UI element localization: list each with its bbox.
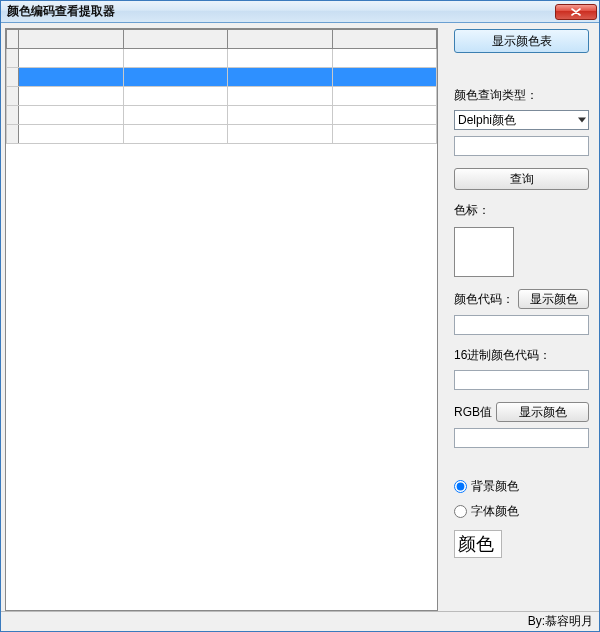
show-color-button-1[interactable]: 显示颜色 <box>518 289 589 309</box>
color-code-label: 颜色代码： <box>454 291 514 308</box>
table-row[interactable] <box>7 68 437 87</box>
right-sidebar: 显示颜色表 颜色查询类型： Delphi颜色 查询 色标： 颜色代码： 显示颜色… <box>444 23 599 611</box>
grid-cell[interactable] <box>123 68 228 87</box>
grid-cell[interactable] <box>19 87 124 106</box>
chevron-down-icon <box>578 118 586 123</box>
query-type-label: 颜色查询类型： <box>454 87 589 104</box>
bg-color-radio[interactable] <box>454 480 467 493</box>
font-color-radio-row[interactable]: 字体颜色 <box>454 503 589 520</box>
grid-cell[interactable] <box>7 68 19 87</box>
bg-color-radio-label: 背景颜色 <box>471 478 519 495</box>
grid-cell[interactable] <box>7 125 19 144</box>
window-title: 颜色编码查看提取器 <box>7 3 555 20</box>
titlebar[interactable]: 颜色编码查看提取器 <box>1 1 599 23</box>
grid-cell[interactable] <box>19 106 124 125</box>
close-icon <box>571 8 581 16</box>
grid-header-cell[interactable] <box>123 30 228 49</box>
grid-cell[interactable] <box>332 87 437 106</box>
grid-cell[interactable] <box>228 106 333 125</box>
grid-cell[interactable] <box>7 106 19 125</box>
grid-cell[interactable] <box>332 125 437 144</box>
grid-cell[interactable] <box>123 87 228 106</box>
table-row[interactable] <box>7 125 437 144</box>
show-color-table-button[interactable]: 显示颜色表 <box>454 29 589 53</box>
grid-cell[interactable] <box>123 125 228 144</box>
app-window: 颜色编码查看提取器 显示颜色表 颜色查询类型： Delphi颜色 查询 色标： <box>0 0 600 632</box>
grid-cell[interactable] <box>7 49 19 68</box>
client-area: 显示颜色表 颜色查询类型： Delphi颜色 查询 色标： 颜色代码： 显示颜色… <box>1 23 599 611</box>
color-grid[interactable] <box>5 28 438 611</box>
query-button[interactable]: 查询 <box>454 168 589 190</box>
close-button[interactable] <box>555 4 597 20</box>
table-row[interactable] <box>7 106 437 125</box>
grid-cell[interactable] <box>19 49 124 68</box>
font-color-radio-label: 字体颜色 <box>471 503 519 520</box>
left-pane <box>1 23 444 611</box>
grid-header-cell[interactable] <box>7 30 19 49</box>
query-type-combo[interactable]: Delphi颜色 <box>454 110 589 130</box>
rgb-label: RGB值 <box>454 404 492 421</box>
grid-header-cell[interactable] <box>19 30 124 49</box>
bg-color-radio-row[interactable]: 背景颜色 <box>454 478 589 495</box>
sample-text: 颜色 <box>454 530 502 558</box>
grid-cell[interactable] <box>332 49 437 68</box>
grid-header-cell[interactable] <box>332 30 437 49</box>
grid-cell[interactable] <box>123 49 228 68</box>
author-text: By:慕容明月 <box>528 613 593 630</box>
statusbar: By:慕容明月 <box>1 611 599 631</box>
font-color-radio[interactable] <box>454 505 467 518</box>
show-color-button-2[interactable]: 显示颜色 <box>496 402 589 422</box>
query-type-value: Delphi颜色 <box>458 112 516 129</box>
table-row[interactable] <box>7 49 437 68</box>
grid-cell[interactable] <box>19 68 124 87</box>
grid-cell[interactable] <box>228 87 333 106</box>
swatch-label: 色标： <box>454 202 589 219</box>
grid-cell[interactable] <box>228 125 333 144</box>
grid-cell[interactable] <box>7 87 19 106</box>
grid-cell[interactable] <box>19 125 124 144</box>
grid-cell[interactable] <box>332 106 437 125</box>
query-input[interactable] <box>454 136 589 156</box>
grid-cell[interactable] <box>228 49 333 68</box>
grid-cell[interactable] <box>332 68 437 87</box>
table-row[interactable] <box>7 87 437 106</box>
grid-cell[interactable] <box>123 106 228 125</box>
color-code-input[interactable] <box>454 315 589 335</box>
color-swatch <box>454 227 514 277</box>
hex-code-label: 16进制颜色代码： <box>454 347 589 364</box>
hex-code-input[interactable] <box>454 370 589 390</box>
rgb-input[interactable] <box>454 428 589 448</box>
grid-cell[interactable] <box>228 68 333 87</box>
grid-header-cell[interactable] <box>228 30 333 49</box>
